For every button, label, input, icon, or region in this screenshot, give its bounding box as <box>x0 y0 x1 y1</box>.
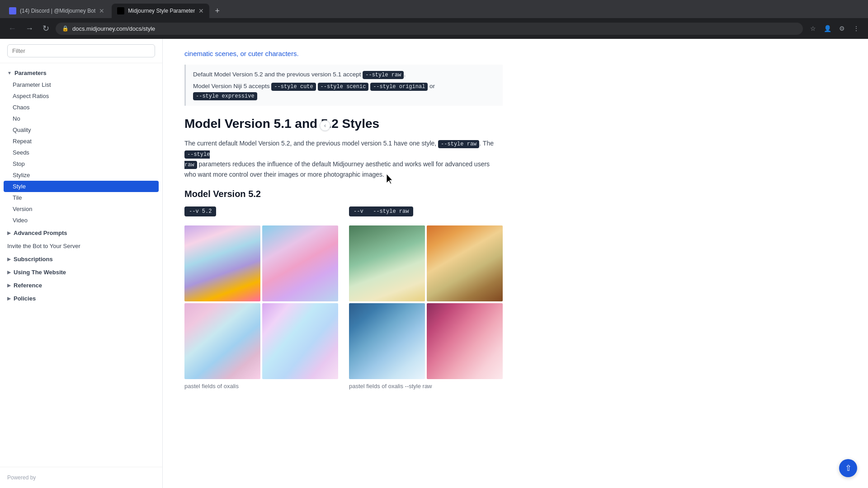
caption-left: pastel fields of oxalis <box>184 383 338 389</box>
sidebar-item-video[interactable]: Video <box>0 215 162 226</box>
sidebar-group-subscriptions-label: Subscriptions <box>14 256 53 263</box>
address-bar[interactable]: 🔒 docs.midjourney.com/docs/style <box>56 23 803 35</box>
new-tab-button[interactable]: + <box>211 5 223 18</box>
browser-chrome: (14) Discord | @Midjourney Bot ✕ Midjour… <box>0 0 868 39</box>
powered-by-text: Powered by <box>7 474 36 481</box>
sidebar-group-invite[interactable]: Invite the Bot to Your Server <box>0 240 162 252</box>
image-cell-3 <box>184 303 260 379</box>
sidebar-item-tile[interactable]: Tile <box>0 192 162 203</box>
image-cell-4 <box>262 303 338 379</box>
main-content: cinematic scenes, or cuter characters. D… <box>163 39 868 488</box>
info-line-1: Default Model Version 5.2 and the previo… <box>193 70 495 79</box>
extensions-icon[interactable]: ⚙ <box>835 22 848 35</box>
nav-bar: ← → ↻ 🔒 docs.midjourney.com/docs/style ☆… <box>0 18 868 39</box>
code-style-raw-1: --style raw <box>363 71 404 79</box>
code-badge-raw: --v --style raw <box>349 206 413 216</box>
image-cell-7 <box>349 303 425 379</box>
badge-style-raw: --v --style raw <box>349 206 503 222</box>
sidebar: ▼ Parameters Parameter List Aspect Ratio… <box>0 39 163 488</box>
tab-midjourney[interactable]: Midjourney Style Parameter ✕ <box>112 4 209 18</box>
body-paragraph: The current default Model Version 5.2, a… <box>184 138 503 180</box>
sidebar-section-policies: ▶ Policies <box>0 292 162 305</box>
top-excerpt: cinematic scenes, or cuter characters. <box>184 50 503 65</box>
sidebar-section-advanced: ▶ Advanced Prompts <box>0 227 162 239</box>
sidebar-group-parameters[interactable]: ▼ Parameters <box>0 67 162 79</box>
sidebar-item-style[interactable]: Style <box>4 181 159 192</box>
image-cell-5 <box>349 225 425 301</box>
sidebar-group-reference-label: Reference <box>14 282 42 289</box>
sidebar-group-subscriptions[interactable]: ▶ Subscriptions <box>0 253 162 265</box>
sidebar-item-seeds[interactable]: Seeds <box>0 147 162 158</box>
profile-icon[interactable]: 👤 <box>821 22 834 35</box>
code-inline-style-raw-2: --style raw <box>438 140 479 148</box>
midjourney-favicon <box>117 7 124 14</box>
sidebar-item-invite-label: Invite the Bot to Your Server <box>7 243 80 249</box>
sidebar-group-website-label: Using The Website <box>14 269 66 276</box>
sidebar-section-reference: ▶ Reference <box>0 279 162 291</box>
code-style-original: --style original <box>370 83 428 91</box>
lock-icon: 🔒 <box>62 25 69 32</box>
sidebar-group-parameters-label: Parameters <box>14 70 47 76</box>
sidebar-section-parameters: ▼ Parameters Parameter List Aspect Ratio… <box>0 67 162 226</box>
tab-discord[interactable]: (14) Discord | @Midjourney Bot ✕ <box>4 4 110 18</box>
sidebar-item-no[interactable]: No <box>0 113 162 124</box>
back-button[interactable]: ← <box>5 22 19 35</box>
sidebar-item-quality[interactable]: Quality <box>0 124 162 136</box>
address-text: docs.midjourney.com/docs/style <box>72 25 155 32</box>
sidebar-item-chaos[interactable]: Chaos <box>0 102 162 113</box>
sidebar-section-invite: Invite the Bot to Your Server <box>0 240 162 252</box>
image-column-right: --v --style raw pastel fields of oxalis … <box>349 206 503 389</box>
sidebar-filter-area <box>0 39 162 63</box>
info-box: Default Model Version 5.2 and the previo… <box>184 65 503 106</box>
filter-input[interactable] <box>7 44 155 57</box>
sidebar-section-subscriptions: ▶ Subscriptions <box>0 253 162 265</box>
sidebar-group-advanced[interactable]: ▶ Advanced Prompts <box>0 227 162 239</box>
content-inner: cinematic scenes, or cuter characters. D… <box>163 39 524 400</box>
code-style-cute: --style cute <box>271 83 316 91</box>
heading-v52: Model Version 5.2 <box>184 189 503 199</box>
code-badge-v52: --v 5.2 <box>184 206 216 216</box>
sidebar-item-stylize[interactable]: Stylize <box>0 169 162 181</box>
chevron-down-icon: ▼ <box>7 70 12 75</box>
bookmark-icon[interactable]: ☆ <box>807 22 819 35</box>
menu-icon[interactable]: ⋮ <box>850 22 863 35</box>
chevron-right-icon: ▶ <box>7 230 11 235</box>
sidebar-item-version[interactable]: Version <box>0 203 162 215</box>
chevron-right-icon-2: ▶ <box>7 257 11 262</box>
page: ▼ Parameters Parameter List Aspect Ratio… <box>0 39 868 488</box>
sidebar-group-policies[interactable]: ▶ Policies <box>0 292 162 305</box>
code-inline-style-raw-3: --styleraw <box>184 150 210 169</box>
info-line1-suffix: . <box>404 71 406 78</box>
tab-midjourney-close[interactable]: ✕ <box>198 7 204 14</box>
code-style-scenic: --style scenic <box>318 83 369 91</box>
info-line1-prefix: Default Model Version 5.2 and the previo… <box>193 71 363 78</box>
image-grid-left <box>184 225 338 379</box>
image-cell-6 <box>427 225 503 301</box>
powered-by: Powered by <box>0 467 162 488</box>
image-cell-8 <box>427 303 503 379</box>
nav-actions: ☆ 👤 ⚙ ⋮ <box>807 22 863 35</box>
forward-button[interactable]: → <box>23 22 36 35</box>
reload-button[interactable]: ↻ <box>40 22 52 35</box>
sidebar-nav: ▼ Parameters Parameter List Aspect Ratio… <box>0 63 162 467</box>
info-line2-prefix: Model Version Niji 5 accepts <box>193 83 271 89</box>
tab-discord-close[interactable]: ✕ <box>99 7 104 14</box>
sidebar-item-parameter-list[interactable]: Parameter List <box>0 79 162 90</box>
image-cell-2 <box>262 225 338 301</box>
chevron-right-icon-3: ▶ <box>7 270 11 275</box>
chevron-right-icon-5: ▶ <box>7 296 11 301</box>
image-grid-right <box>349 225 503 379</box>
sidebar-item-aspect-ratios[interactable]: Aspect Ratios <box>0 90 162 102</box>
sidebar-item-stop[interactable]: Stop <box>0 158 162 169</box>
image-cell-1 <box>184 225 260 301</box>
sidebar-item-repeat[interactable]: Repeat <box>0 136 162 147</box>
sidebar-group-website[interactable]: ▶ Using The Website <box>0 266 162 278</box>
scroll-to-top-button[interactable]: ⇧ <box>839 459 857 477</box>
chevron-right-icon-4: ▶ <box>7 283 11 288</box>
sidebar-toggle-button[interactable]: ‹ <box>320 120 330 131</box>
sidebar-group-reference[interactable]: ▶ Reference <box>0 279 162 291</box>
sidebar-section-website: ▶ Using The Website <box>0 266 162 278</box>
image-section: --v 5.2 pastel fields of oxalis --v --st… <box>184 206 503 389</box>
image-column-left: --v 5.2 pastel fields of oxalis <box>184 206 338 389</box>
info-line2-mid: or <box>428 83 435 89</box>
